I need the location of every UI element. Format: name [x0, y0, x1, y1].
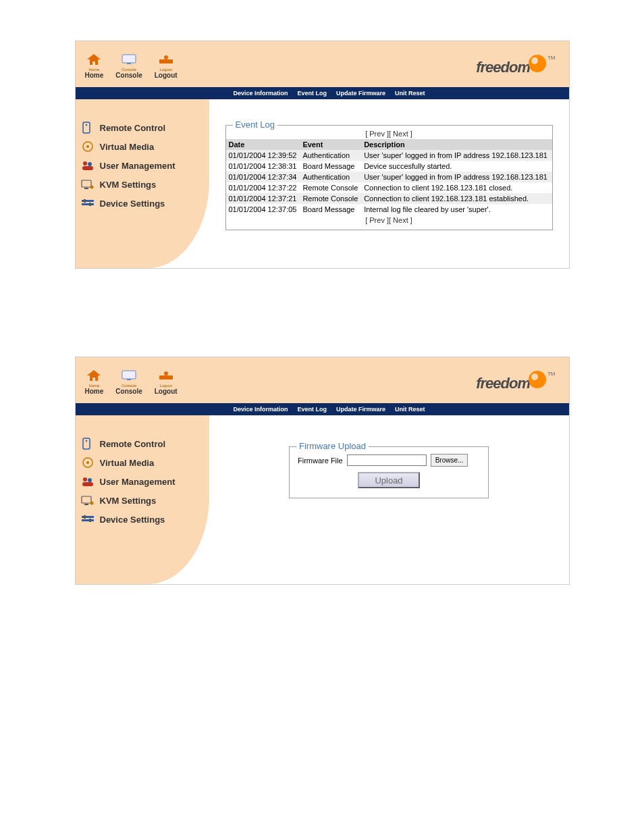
pager-next[interactable]: [ Next ]	[389, 130, 412, 138]
sidebar-item-remote-control[interactable]: Remote Control	[80, 118, 209, 137]
firmware-upload-title: Firmware Upload	[296, 441, 369, 451]
sidebar-item-label: Virtual Media	[100, 458, 155, 468]
top-home[interactable]: Home Home	[85, 369, 104, 395]
sidebar-item-user-management[interactable]: User Management	[80, 472, 209, 491]
svg-rect-34	[82, 516, 94, 518]
menu-device-info[interactable]: Device Information	[234, 406, 288, 413]
svg-rect-13	[84, 188, 88, 189]
svg-rect-1	[122, 55, 136, 63]
svg-rect-2	[127, 63, 131, 64]
top-console[interactable]: Console Console	[115, 369, 142, 395]
svg-point-25	[85, 440, 86, 442]
svg-rect-5	[83, 122, 90, 133]
device-settings-icon	[80, 197, 96, 209]
svg-point-28	[83, 477, 87, 481]
sidebar-item-remote-control[interactable]: Remote Control	[80, 434, 209, 453]
svg-point-6	[85, 124, 86, 126]
top-bar: Home Home Console Console Logout Logout …	[76, 41, 569, 87]
pager-top: [ Prev ][ Next ]	[226, 128, 552, 139]
upload-button[interactable]: Upload	[358, 472, 420, 488]
menu-device-info[interactable]: Device Information	[234, 90, 288, 97]
top-logout-label: Logout	[155, 388, 178, 395]
home-icon	[86, 53, 102, 66]
menu-event-log[interactable]: Event Log	[298, 406, 327, 413]
sidebar-item-virtual-media[interactable]: Virtual Media	[80, 137, 209, 156]
svg-rect-17	[84, 199, 86, 203]
sidebar-item-label: KVM Settings	[100, 496, 157, 506]
event-log-panel: Event Log [ Prev ][ Next ] Date Event De…	[225, 125, 553, 230]
sidebar: Remote Control Virtual Media User Manage…	[76, 99, 209, 268]
top-home-label: Home	[85, 72, 104, 79]
svg-marker-19	[87, 370, 101, 381]
table-row: 01/01/2004 12:37:05 Board Message Intern…	[226, 204, 552, 215]
sidebar-item-label: Device Settings	[100, 515, 165, 525]
sidebar-item-label: Device Settings	[100, 199, 165, 209]
svg-point-9	[83, 161, 87, 165]
pager-prev[interactable]: [ Prev ]	[365, 216, 389, 224]
col-date: Date	[226, 139, 300, 150]
menu-update-fw[interactable]: Update Firmware	[336, 90, 385, 97]
screenshot-firmware-upload: Home Home Console Console Logout Logout …	[75, 357, 570, 585]
console-icon	[121, 369, 137, 382]
main-firmware: Firmware Upload Firmware File Browse... …	[209, 415, 569, 584]
svg-point-8	[86, 145, 89, 148]
top-home[interactable]: Home Home	[85, 53, 104, 79]
top-console[interactable]: Console Console	[115, 53, 142, 79]
menu-bar: Device Information Event Log Update Firm…	[76, 403, 569, 415]
sidebar-item-label: User Management	[100, 477, 176, 487]
kvm-settings-icon	[80, 494, 96, 506]
col-desc: Description	[361, 139, 552, 150]
sidebar-item-device-settings[interactable]: Device Settings	[80, 194, 209, 213]
sidebar-item-user-management[interactable]: User Management	[80, 156, 209, 175]
svg-point-29	[88, 478, 92, 482]
menu-unit-reset[interactable]: Unit Reset	[395, 90, 425, 97]
event-log-table: Date Event Description 01/01/2004 12:39:…	[226, 139, 552, 215]
top-console-label: Console	[115, 388, 142, 395]
sidebar-item-label: Virtual Media	[100, 142, 155, 152]
firmware-file-input[interactable]	[347, 454, 427, 466]
user-management-icon	[80, 159, 96, 172]
top-logout[interactable]: Logout Logout	[155, 53, 178, 79]
sidebar-item-kvm-settings[interactable]: KVM Settings	[80, 491, 209, 510]
svg-rect-12	[82, 180, 91, 187]
sidebar-item-label: Remote Control	[100, 439, 166, 449]
top-logout[interactable]: Logout Logout	[155, 369, 178, 395]
pager-prev[interactable]: [ Prev ]	[365, 130, 389, 138]
svg-point-33	[90, 502, 93, 505]
browse-button[interactable]: Browse...	[431, 454, 468, 467]
top-home-label: Home	[85, 388, 104, 395]
sidebar-item-virtual-media[interactable]: Virtual Media	[80, 453, 209, 472]
top-bar: Home Home Console Console Logout Logout …	[76, 357, 569, 403]
menu-update-fw[interactable]: Update Firmware	[336, 406, 385, 413]
svg-rect-31	[82, 496, 91, 503]
svg-rect-24	[83, 438, 90, 449]
table-row: 01/01/2004 12:37:21 Remote Console Conne…	[226, 193, 552, 204]
svg-rect-15	[82, 200, 94, 202]
pager-next[interactable]: [ Next ]	[389, 216, 412, 224]
menu-unit-reset[interactable]: Unit Reset	[395, 406, 425, 413]
svg-point-27	[86, 461, 89, 464]
svg-point-14	[90, 186, 93, 189]
sidebar: Remote Control Virtual Media User Manage…	[76, 415, 209, 584]
home-icon	[86, 369, 102, 382]
menu-bar: Device Information Event Log Update Firm…	[76, 87, 569, 99]
kvm-settings-icon	[80, 178, 96, 190]
sidebar-item-label: KVM Settings	[100, 180, 157, 190]
device-settings-icon	[80, 513, 96, 525]
table-row: 01/01/2004 12:39:52 Authentication User …	[226, 150, 552, 161]
brand-logo: freedom TM	[476, 55, 559, 76]
top-logout-label: Logout	[155, 72, 178, 79]
sidebar-item-kvm-settings[interactable]: KVM Settings	[80, 175, 209, 194]
table-row: 01/01/2004 12:37:34 Authentication User …	[226, 172, 552, 182]
user-management-icon	[80, 475, 96, 488]
table-row: 01/01/2004 12:37:22 Remote Console Conne…	[226, 182, 552, 193]
sidebar-item-device-settings[interactable]: Device Settings	[80, 510, 209, 529]
virtual-media-icon	[80, 457, 96, 469]
svg-point-23	[164, 371, 168, 375]
svg-marker-0	[87, 54, 101, 65]
remote-control-icon	[80, 438, 96, 450]
menu-event-log[interactable]: Event Log	[298, 90, 327, 97]
svg-rect-30	[82, 482, 93, 486]
pager-bottom: [ Prev ][ Next ]	[226, 215, 552, 226]
table-row: 01/01/2004 12:38:31 Board Message Device…	[226, 161, 552, 172]
